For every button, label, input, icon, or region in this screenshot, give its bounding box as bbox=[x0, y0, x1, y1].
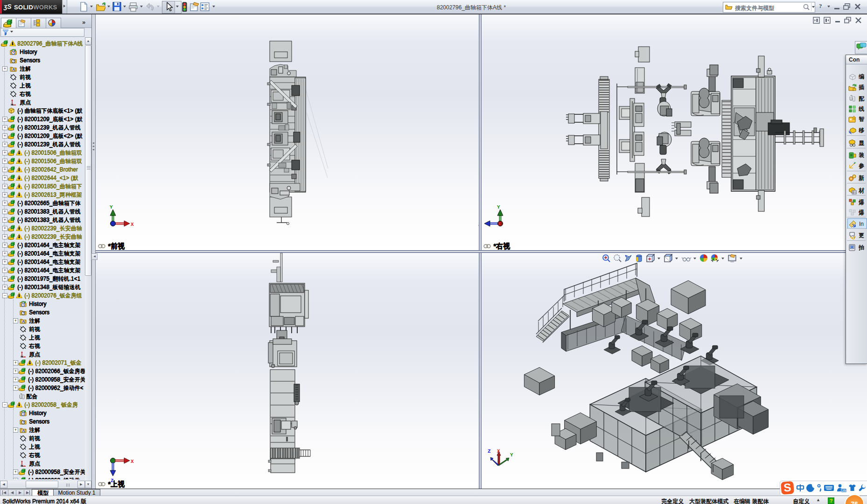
svg-text:Z: Z bbox=[488, 448, 491, 454]
svg-text:Z: Z bbox=[111, 478, 114, 483]
svg-text:X: X bbox=[131, 222, 134, 227]
svg-text:X: X bbox=[131, 459, 134, 464]
svg-text:Y: Y bbox=[497, 204, 500, 210]
svg-text:Y: Y bbox=[510, 452, 513, 458]
svg-text:Y: Y bbox=[110, 204, 113, 210]
svg-text:25: 25 bbox=[842, 489, 846, 492]
svg-text:X: X bbox=[498, 222, 501, 227]
